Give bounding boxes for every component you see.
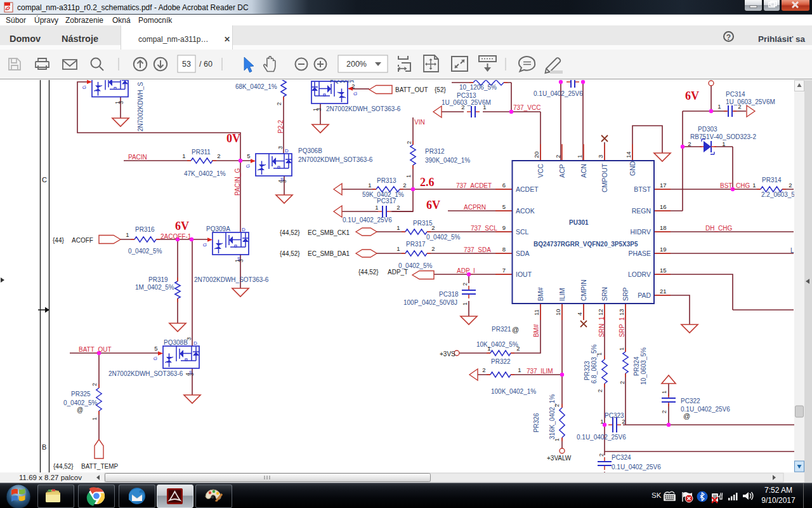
svg-text:REGN: REGN	[632, 207, 651, 215]
svg-text:PR315: PR315	[413, 220, 433, 227]
svg-text:2: 2	[619, 381, 625, 384]
svg-text:@: @	[77, 406, 83, 413]
svg-text:D: D	[193, 340, 197, 346]
svg-text:0.1U_0402_25V6: 0.1U_0402_25V6	[612, 464, 661, 471]
svg-text:PR325: PR325	[71, 391, 91, 398]
svg-text:4: 4	[576, 312, 583, 316]
svg-text:2N7002KDWH_SOT363-6: 2N7002KDWH_SOT363-6	[194, 276, 269, 283]
svg-text:PQ309A: PQ309A	[206, 225, 230, 232]
svg-text:{44,52}: {44,52}	[280, 229, 300, 236]
svg-text:9: 9	[502, 224, 506, 231]
svg-text:SRP_1: SRP_1	[619, 317, 625, 337]
svg-text:20: 20	[533, 151, 540, 158]
svg-text:{44,52}: {44,52}	[53, 463, 74, 470]
svg-text:PC317: PC317	[377, 197, 396, 204]
svg-text:737_VCC: 737_VCC	[513, 104, 540, 111]
svg-text:3: 3	[118, 101, 124, 104]
svg-text:PR317: PR317	[406, 241, 426, 248]
svg-text:2.2_0603_5: 2.2_0603_5	[761, 191, 794, 198]
svg-text:BM#: BM#	[533, 324, 540, 337]
svg-text:11: 11	[533, 309, 540, 316]
svg-text:EC_SMB_CK1: EC_SMB_CK1	[308, 229, 350, 236]
svg-text:1: 1	[619, 347, 625, 351]
svg-text:2: 2	[554, 155, 561, 158]
svg-text:2N7002KDWH_SOT363-6: 2N7002KDWH_SOT363-6	[326, 105, 401, 112]
svg-text:PQ306B: PQ306B	[298, 147, 322, 154]
svg-text:1: 1	[752, 182, 756, 189]
svg-text:2: 2	[598, 453, 605, 457]
svg-text:SDA: SDA	[516, 250, 530, 257]
svg-text:100P_0402_50V8J: 100P_0402_50V8J	[403, 299, 457, 306]
svg-text:1: 1	[405, 175, 412, 178]
svg-text:PC313: PC313	[457, 92, 476, 99]
svg-text:BATT_OUT: BATT_OUT	[395, 86, 428, 93]
svg-text:PQ305A: PQ305A	[330, 80, 354, 84]
svg-text:@: @	[683, 412, 690, 420]
svg-text:5: 5	[247, 152, 250, 159]
svg-text:{52}: {52}	[435, 86, 446, 93]
svg-text:2: 2	[516, 345, 520, 352]
svg-text:PC324: PC324	[612, 454, 631, 461]
svg-text:BATT_OUT: BATT_OUT	[79, 346, 111, 353]
svg-text:2: 2	[91, 383, 98, 386]
svg-text:SK: SK	[652, 491, 662, 499]
svg-text:1: 1	[717, 103, 721, 110]
svg-text:1: 1	[487, 345, 490, 352]
svg-text:12: 12	[597, 309, 604, 316]
svg-text:CMPOUT: CMPOUT	[601, 163, 608, 192]
svg-text:3: 3	[277, 146, 284, 149]
svg-text:2: 2	[482, 366, 485, 373]
svg-text:10K_0402_5%: 10K_0402_5%	[476, 341, 518, 348]
svg-text:7: 7	[502, 267, 506, 274]
svg-text:PR313: PR313	[377, 177, 396, 184]
svg-text:PHASE: PHASE	[628, 250, 651, 257]
svg-text:IOUT: IOUT	[516, 271, 532, 278]
svg-text:G: G	[82, 84, 86, 90]
svg-text:ACN: ACN	[580, 164, 587, 178]
svg-text:1: 1	[375, 204, 378, 211]
svg-text:1: 1	[722, 140, 725, 147]
svg-text:VCC: VCC	[537, 163, 544, 178]
svg-text:SRN_1: SRN_1	[598, 316, 605, 337]
svg-text:68K_0402_1%: 68K_0402_1%	[235, 83, 277, 90]
svg-text:HIDRV: HIDRV	[631, 228, 651, 236]
svg-text:PR324: PR324	[633, 356, 640, 376]
svg-text:10_0603_5%: 10_0603_5%	[640, 347, 647, 385]
svg-text:+3VS: +3VS	[440, 351, 455, 358]
svg-text:S: S	[189, 370, 192, 375]
svg-text:2.6: 2.6	[420, 176, 435, 189]
svg-text:10_1206_5%: 10_1206_5%	[459, 84, 497, 91]
svg-text:1: 1	[600, 418, 603, 425]
svg-text:1: 1	[462, 302, 468, 305]
svg-text:6V: 6V	[426, 199, 440, 211]
svg-text:D: D	[242, 227, 246, 232]
svg-text:0V: 0V	[226, 132, 240, 145]
svg-text:2: 2	[622, 418, 625, 425]
svg-text:1M_0402_5%: 1M_0402_5%	[135, 284, 174, 291]
svg-text:RB751V-40_SOD323-2: RB751V-40_SOD323-2	[690, 133, 756, 140]
svg-text:1: 1	[91, 417, 98, 420]
svg-text:PD303: PD303	[698, 126, 717, 133]
svg-text:6: 6	[502, 182, 506, 189]
svg-text:0_0402_5%: 0_0402_5%	[128, 248, 162, 255]
svg-text:5: 5	[502, 203, 506, 210]
svg-text:PC314: PC314	[726, 91, 745, 98]
svg-text:ADP_T: ADP_T	[388, 269, 408, 276]
svg-text:@: @	[512, 326, 519, 333]
svg-text:53: 53	[182, 60, 191, 69]
svg-text:PC322: PC322	[681, 398, 700, 404]
svg-text:G: G	[353, 91, 357, 97]
svg-text:BM#: BM#	[537, 287, 544, 301]
svg-text:CMPIN: CMPIN	[580, 279, 587, 301]
svg-text:PR326: PR326	[533, 413, 540, 432]
svg-text:2N7002KDWH_SOT363-6: 2N7002KDWH_SOT363-6	[108, 370, 183, 377]
svg-text:16: 16	[660, 203, 667, 210]
svg-text:G: G	[246, 163, 250, 169]
svg-text:3: 3	[316, 108, 322, 111]
svg-text:6V: 6V	[685, 90, 699, 102]
svg-text:BTST: BTST	[634, 185, 651, 193]
svg-text:BQ24737RGRR_VQFN20_3P5X3P5: BQ24737RGRR_VQFN20_3P5X3P5	[534, 241, 638, 248]
svg-text:PR321: PR321	[492, 326, 511, 333]
svg-text:2: 2	[396, 204, 400, 211]
svg-text:PU301: PU301	[569, 219, 589, 226]
